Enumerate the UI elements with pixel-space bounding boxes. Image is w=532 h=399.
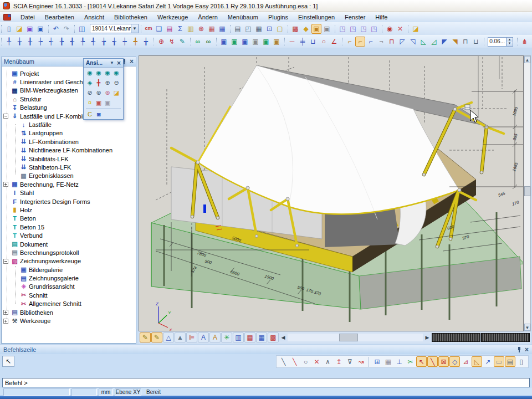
clipboard-icon[interactable]: ◳	[369, 24, 379, 34]
rotate-view-icon[interactable]: ╋	[94, 78, 103, 87]
slope-icon[interactable]: ◸	[397, 37, 407, 47]
close-icon[interactable]: ×	[117, 60, 121, 66]
array-icon[interactable]: ▣	[250, 37, 260, 47]
clipboard-icon[interactable]: ◳	[348, 24, 358, 34]
close-icon[interactable]: ×	[130, 59, 134, 64]
tree-item-stabilit-ts-lfk[interactable]: ⇊Stabilitäts-LFK	[2, 155, 136, 163]
view-y-icon[interactable]: ◉	[94, 68, 103, 77]
open-file-icon[interactable]: ◪	[14, 24, 24, 34]
tree-item-berechnung-fe-netz[interactable]: ▦Berechnung, FE-Netz	[2, 180, 136, 188]
spinner-down-icon[interactable]: ▼	[507, 42, 513, 46]
project-combobox[interactable]: 19014 V.Lekanne S ▼	[90, 24, 139, 33]
menu-item-ndern[interactable]: Ändern	[193, 13, 222, 22]
zoom-selection-icon[interactable]: ⊛	[103, 88, 112, 97]
rotate-icon[interactable]: ▣	[261, 37, 271, 47]
zoom-all-icon[interactable]: ⊚	[94, 88, 103, 97]
snap-endpoint-icon[interactable]: ↖	[416, 356, 427, 367]
export-icon[interactable]: ⊡	[264, 24, 274, 34]
animation-bar[interactable]	[432, 333, 480, 342]
cursor-grid-icon[interactable]: ⊞	[372, 356, 382, 367]
link-icon[interactable]: ∞	[193, 37, 203, 47]
menu-item-datei[interactable]: Datei	[16, 13, 40, 22]
member-icon[interactable]: ╄	[78, 37, 88, 47]
node-icon[interactable]: ⊕	[156, 37, 166, 47]
tree-item-lf-kombinationen[interactable]: ⇊LF-Kombinationen	[2, 137, 136, 146]
select-icon[interactable]: ▩	[290, 24, 300, 34]
filter-off-icon[interactable]: ▣	[322, 24, 332, 34]
menu-item-fenster[interactable]: Fenster	[340, 13, 370, 22]
menu-item-bearbeiten[interactable]: Bearbeiten	[40, 13, 79, 22]
arc-icon[interactable]: ⊔	[308, 37, 318, 47]
snap-tangent-icon[interactable]: ⊿	[461, 356, 471, 367]
table-icon[interactable]: ▥	[186, 24, 196, 34]
tree-item-ergebnisklassen[interactable]: ▦Ergebnisklassen	[2, 172, 136, 180]
angle-icon[interactable]: ∠	[329, 37, 339, 47]
params2-icon[interactable]: ▦	[256, 332, 267, 342]
snap-ortho-icon[interactable]: ◇	[449, 356, 460, 367]
beam-icon[interactable]: ╁	[14, 37, 24, 47]
viewport-vertical-scrollbar[interactable]: ▲ ▼	[524, 55, 531, 331]
zoom-in-icon[interactable]: ⊕	[103, 78, 112, 87]
slope-icon[interactable]: ⊓	[461, 37, 470, 47]
snap-calc-icon[interactable]: ▯	[516, 356, 526, 367]
image-icon[interactable]: ▢	[275, 24, 285, 34]
menu-item-ansicht[interactable]: Ansicht	[79, 13, 109, 22]
show-surfaces-icon[interactable]: ▲	[175, 332, 186, 342]
menu-item-werkzeuge[interactable]: Werkzeuge	[152, 13, 193, 22]
show-axes-icon[interactable]: ✳	[221, 332, 232, 342]
preview-icon[interactable]: ◰	[243, 24, 253, 34]
pin-icon[interactable]	[516, 347, 521, 352]
snap-extension-icon[interactable]: ↗	[483, 356, 493, 367]
palette-header[interactable]: Ansi... ▼ ×	[84, 59, 123, 68]
stretch-icon[interactable]: ▣	[272, 37, 282, 47]
snap-angle-icon[interactable]: ∧	[323, 356, 333, 367]
snap-raster-icon[interactable]: ▭	[494, 356, 504, 367]
snap-arc-icon[interactable]: ◺	[472, 356, 482, 367]
tree-item-beton[interactable]: TBeton	[2, 214, 136, 223]
snap-up-icon[interactable]: ↥	[334, 356, 344, 367]
tree-item-bildergalerie[interactable]: ▣Bildergalerie	[2, 265, 136, 274]
view-z-icon[interactable]: ◉	[103, 68, 112, 77]
circle-icon[interactable]: ○	[319, 37, 329, 47]
tree-item-lastgruppen[interactable]: ⇅Lastgruppen	[2, 129, 136, 137]
tree-item-zeichnungswerkzeuge[interactable]: ▨Zeichnungswerkzeuge	[2, 257, 136, 265]
undo-icon[interactable]: ↶	[51, 24, 61, 34]
show-labels-icon[interactable]: A	[198, 332, 209, 342]
gallery-icon[interactable]: ▤	[165, 24, 175, 34]
member-icon[interactable]: ╅	[109, 37, 119, 47]
mesh-icon[interactable]: ▦	[207, 24, 217, 34]
column-icon[interactable]: ╀	[4, 37, 14, 47]
tree-item-werkzeuge[interactable]: ⚒Werkzeuge	[2, 316, 136, 325]
project-folder-icon[interactable]: ◪	[411, 24, 421, 34]
tree-item-berechnungsprotokoll[interactable]: ▤Berechnungsprotokoll	[2, 248, 136, 257]
snap-line-mid-icon[interactable]: ╲	[289, 356, 300, 367]
move-icon[interactable]: ▣	[229, 37, 239, 47]
member-icon[interactable]: ╆	[99, 37, 109, 47]
slope-icon[interactable]: ⊓	[387, 37, 397, 47]
tree-item-zeichnungsgalerie[interactable]: ▤Zeichnungsgalerie	[2, 274, 136, 282]
member-icon[interactable]: ┾	[35, 37, 45, 47]
member-icon[interactable]: ╉	[67, 37, 77, 47]
spinner-up-icon[interactable]: ▲	[507, 38, 513, 42]
brace-icon[interactable]: ╂	[25, 37, 35, 47]
engine-icon[interactable]: ⊛	[196, 24, 206, 34]
slope-icon[interactable]: ◿	[429, 37, 439, 47]
collapse-icon[interactable]	[3, 259, 8, 264]
scroll-up-icon[interactable]: ▲	[524, 56, 530, 63]
calculator-icon[interactable]: Σ	[175, 24, 185, 34]
marquee-icon[interactable]: ◆	[301, 24, 311, 34]
slope-icon[interactable]: ◤	[439, 37, 449, 47]
slope-icon[interactable]: ◥	[450, 37, 460, 47]
tree-item-verbund[interactable]: TVerbund	[2, 231, 136, 239]
combobox-dropdown-icon[interactable]: ▼	[131, 24, 138, 33]
slope-icon[interactable]: ¬	[376, 37, 386, 47]
chevron-down-icon[interactable]: ▼	[110, 60, 114, 65]
visibility-icon[interactable]: ◉	[385, 24, 395, 34]
hinge-icon[interactable]: ↯	[167, 37, 177, 47]
status-unit[interactable]: mm	[99, 388, 113, 396]
tree-item-beton-15[interactable]: TBeton 15	[2, 223, 136, 231]
scrollbar-thumb[interactable]	[339, 334, 358, 341]
dot-grid-icon[interactable]: ▦	[383, 356, 393, 367]
view-persp-icon[interactable]: ◈	[85, 78, 94, 87]
scroll-right-icon[interactable]: ▶	[423, 333, 431, 342]
